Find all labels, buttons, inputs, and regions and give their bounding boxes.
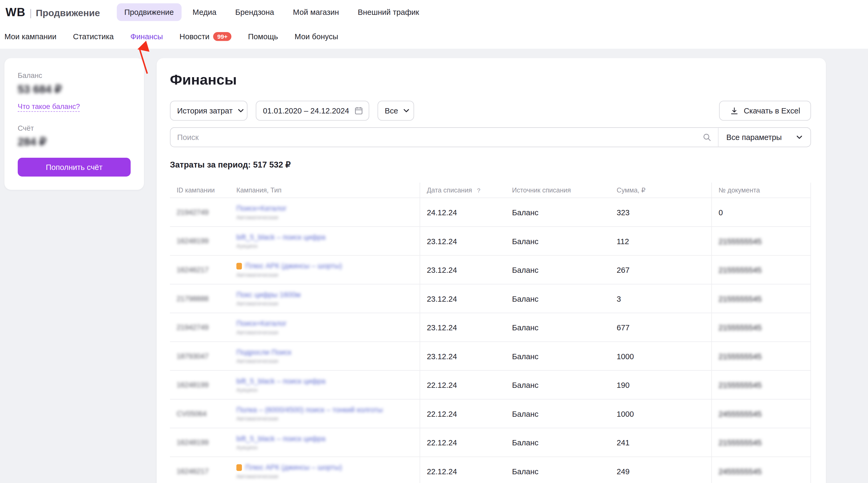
table-row: 21942749 Поиск+Каталог Автоматическая 23… — [170, 313, 810, 342]
sub-nav-item[interactable]: Статистика — [73, 32, 114, 41]
table-row: 16248199 bift_5_black – поиск цифра Аукц… — [170, 371, 810, 400]
download-excel-label: Скачать в Excel — [744, 106, 800, 115]
chevron-down-icon — [238, 107, 244, 114]
history-type-dropdown[interactable]: История затрат — [170, 101, 247, 121]
table-header-row: ID кампании Кампания, Тип Дата списания … — [170, 183, 810, 198]
campaign-id: 16248199 — [177, 438, 209, 446]
writeoff-date: 23.12.24 — [420, 256, 505, 284]
campaign-link[interactable]: Поиск+Каталог — [236, 319, 287, 327]
amount-value: 241 — [603, 428, 711, 456]
campaign-id: 16248199 — [177, 237, 209, 245]
writeoff-date: 23.12.24 — [420, 285, 505, 313]
amount-value: 112 — [603, 227, 711, 255]
search-icon[interactable] — [703, 133, 711, 141]
params-dropdown[interactable]: Все параметры — [718, 128, 810, 147]
sub-nav-label: Финансы — [130, 32, 163, 41]
logo-divider: | — [29, 7, 32, 19]
writeoff-source: Баланс — [505, 342, 603, 370]
top-nav-item[interactable]: Медиа — [185, 3, 224, 21]
amount-value: 267 — [603, 256, 711, 284]
campaign-link[interactable]: Плюс АРК (джинсы – шорты) — [245, 463, 342, 471]
date-help-hint[interactable]: ? — [477, 187, 480, 193]
campaign-id: 21942749 — [177, 208, 209, 216]
table-row: 21798888 Покс цифры 1600м Автоматическая… — [170, 285, 810, 313]
campaign-link[interactable]: Плюс АРК (джинсы – шорты) — [245, 262, 342, 270]
status-filter-label: Все — [385, 106, 398, 115]
amount-value: 1000 — [603, 399, 711, 428]
date-range-input[interactable]: 01.01.2020 – 24.12.2024 — [256, 101, 369, 121]
col-header-date: Дата списания ? — [420, 183, 505, 197]
campaign-link[interactable]: Поиск+Каталог — [236, 204, 287, 212]
doc-number: 2155555545 — [718, 265, 762, 274]
campaign-link[interactable]: bift_5_black – поиск цифра — [236, 233, 326, 241]
table-row: 16246217 Плюс АРК (джинсы – шорты) Автом… — [170, 256, 810, 285]
writeoff-date: 23.12.24 — [420, 313, 505, 341]
top-nav-item[interactable]: Продвижение — [117, 3, 182, 21]
sub-nav-item[interactable]: Новости 99+ — [180, 32, 231, 41]
topup-button[interactable]: Пополнить счёт — [18, 158, 131, 176]
date-range-value: 01.01.2020 – 24.12.2024 — [263, 106, 349, 115]
writeoff-date: 22.12.24 — [420, 399, 505, 428]
chevron-down-icon — [403, 107, 410, 114]
campaign-link[interactable]: Подросли Поиск — [236, 348, 291, 356]
news-count-badge: 99+ — [214, 32, 231, 41]
campaign-link[interactable]: Покс цифры 1600м — [236, 291, 301, 299]
col-header-doc: № документа — [711, 183, 810, 197]
download-excel-button[interactable]: Скачать в Excel — [719, 101, 811, 121]
sub-nav-label: Мои бонусы — [294, 32, 338, 41]
col-header-amount: Сумма, ₽ — [603, 183, 711, 197]
search-input[interactable] — [177, 133, 698, 141]
writeoff-date: 22.12.24 — [420, 428, 505, 456]
amount-value: 3 — [603, 285, 711, 313]
sub-nav-item[interactable]: Помощь — [248, 32, 278, 41]
campaign-link[interactable]: bift_5_black – поиск цифра — [236, 377, 326, 385]
doc-number: 2155555545 — [718, 236, 762, 245]
table-row: 16246217 Плюс АРК (джинсы – шорты) Автом… — [170, 457, 810, 483]
sub-nav-label: Статистика — [73, 32, 114, 41]
writeoff-source: Баланс — [505, 313, 603, 341]
amount-value: 190 — [603, 371, 711, 399]
sub-nav-item[interactable]: Мои кампании — [4, 32, 57, 41]
amount-value: 323 — [603, 198, 711, 226]
col-header-id: ID кампании — [170, 183, 230, 197]
wb-logo-mark: WB — [6, 6, 26, 19]
search-field[interactable] — [170, 128, 718, 147]
amount-value: 1000 — [603, 342, 711, 370]
finances-table: ID кампании Кампания, Тип Дата списания … — [170, 183, 811, 483]
campaign-id: 21798888 — [177, 294, 209, 302]
col-header-date-label: Дата списания — [427, 186, 472, 194]
campaign-link[interactable]: bift_5_black – поиск цифра — [236, 434, 326, 443]
top-nav-item[interactable]: Внешний трафик — [350, 3, 427, 21]
col-header-source: Источник списания — [505, 183, 603, 197]
sub-nav-label: Помощь — [248, 32, 278, 41]
writeoff-source: Баланс — [505, 198, 603, 226]
campaign-type: Автоматическая — [236, 473, 278, 479]
status-filter-dropdown[interactable]: Все — [378, 101, 414, 121]
sub-nav-item[interactable]: Финансы — [130, 32, 163, 41]
doc-number: 2155555545 — [718, 380, 762, 389]
period-total: Затраты за период: 517 532 ₽ — [170, 160, 811, 170]
top-header: WB | Продвижение ПродвижениеМедиаБрендзо… — [0, 0, 868, 24]
top-nav-item[interactable]: Мой магазин — [285, 3, 347, 21]
campaign-type: Автоматическая — [236, 300, 278, 307]
sub-nav-item[interactable]: Мои бонусы — [294, 32, 338, 41]
campaign-type: Автоматическая — [236, 329, 278, 335]
writeoff-date: 22.12.24 — [420, 457, 505, 483]
doc-number: 2455555545 — [718, 409, 762, 418]
page-body: Баланс 53 684 ₽ Что такое баланс? Счёт 2… — [0, 49, 868, 483]
writeoff-date: 23.12.24 — [420, 342, 505, 370]
history-type-label: История затрат — [177, 106, 232, 115]
campaign-flag-icon — [236, 262, 242, 269]
campaign-type: Автоматическая — [236, 416, 278, 422]
doc-number: 2155555545 — [718, 438, 762, 447]
balance-help-link[interactable]: Что такое баланс? — [18, 102, 80, 111]
campaign-link[interactable]: Полка – (6000/4500) поиск – тонкий колго… — [236, 406, 383, 414]
top-nav-item[interactable]: Брендзона — [227, 3, 282, 21]
writeoff-date: 22.12.24 — [420, 371, 505, 399]
account-value: 284 ₽ — [18, 135, 131, 148]
campaign-id: CV05064 — [177, 410, 207, 418]
balance-card: Баланс 53 684 ₽ Что такое баланс? Счёт 2… — [4, 58, 144, 190]
campaign-type: Автоматическая — [236, 272, 278, 278]
writeoff-source: Баланс — [505, 399, 603, 428]
sub-nav-label: Новости — [180, 32, 210, 41]
